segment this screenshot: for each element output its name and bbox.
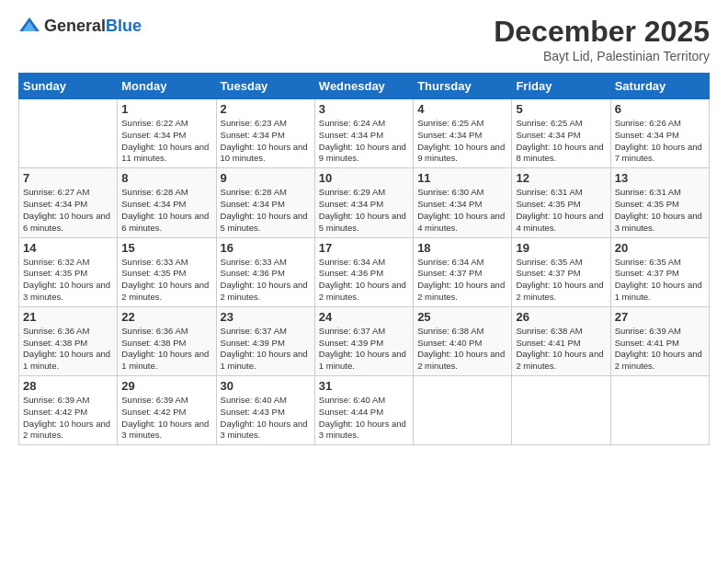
day-number: 8 xyxy=(121,171,211,185)
calendar-cell: 2Sunrise: 6:23 AMSunset: 4:34 PMDaylight… xyxy=(216,99,314,168)
calendar-cell: 23Sunrise: 6:37 AMSunset: 4:39 PMDayligh… xyxy=(216,306,314,375)
day-info: Sunrise: 6:32 AMSunset: 4:35 PMDaylight:… xyxy=(23,257,113,304)
day-info: Sunrise: 6:39 AMSunset: 4:41 PMDaylight:… xyxy=(615,326,705,373)
calendar-cell: 18Sunrise: 6:34 AMSunset: 4:37 PMDayligh… xyxy=(414,237,512,306)
day-number: 7 xyxy=(23,171,113,185)
calendar-cell: 13Sunrise: 6:31 AMSunset: 4:35 PMDayligh… xyxy=(610,168,709,237)
calendar-cell: 26Sunrise: 6:38 AMSunset: 4:41 PMDayligh… xyxy=(512,306,610,375)
calendar-cell: 17Sunrise: 6:34 AMSunset: 4:36 PMDayligh… xyxy=(314,237,413,306)
logo-icon xyxy=(18,15,40,37)
calendar-cell xyxy=(610,376,709,445)
day-number: 31 xyxy=(319,379,409,393)
calendar-cell: 25Sunrise: 6:38 AMSunset: 4:40 PMDayligh… xyxy=(414,306,512,375)
day-number: 2 xyxy=(221,102,311,116)
day-info: Sunrise: 6:29 AMSunset: 4:34 PMDaylight:… xyxy=(319,187,409,234)
calendar-header-friday: Friday xyxy=(512,74,610,99)
day-number: 22 xyxy=(121,310,211,324)
day-number: 6 xyxy=(615,102,705,116)
day-number: 26 xyxy=(516,310,606,324)
day-info: Sunrise: 6:34 AMSunset: 4:37 PMDaylight:… xyxy=(417,257,507,304)
day-number: 15 xyxy=(121,241,211,255)
calendar-cell: 14Sunrise: 6:32 AMSunset: 4:35 PMDayligh… xyxy=(19,237,118,306)
calendar-cell: 29Sunrise: 6:39 AMSunset: 4:42 PMDayligh… xyxy=(118,376,216,445)
location-title: Bayt Lid, Palestinian Territory xyxy=(494,49,710,63)
day-number: 20 xyxy=(615,241,705,255)
day-info: Sunrise: 6:40 AMSunset: 4:43 PMDaylight:… xyxy=(221,395,311,442)
day-info: Sunrise: 6:34 AMSunset: 4:36 PMDaylight:… xyxy=(319,257,409,304)
calendar-cell: 7Sunrise: 6:27 AMSunset: 4:34 PMDaylight… xyxy=(19,168,118,237)
calendar-cell: 21Sunrise: 6:36 AMSunset: 4:38 PMDayligh… xyxy=(19,306,118,375)
day-number: 13 xyxy=(615,171,705,185)
day-number: 21 xyxy=(23,310,113,324)
calendar-header-monday: Monday xyxy=(118,74,216,99)
calendar-cell: 28Sunrise: 6:39 AMSunset: 4:42 PMDayligh… xyxy=(19,376,118,445)
calendar-body: 1Sunrise: 6:22 AMSunset: 4:34 PMDaylight… xyxy=(19,99,710,445)
calendar-cell: 5Sunrise: 6:25 AMSunset: 4:34 PMDaylight… xyxy=(512,99,610,168)
calendar-cell: 3Sunrise: 6:24 AMSunset: 4:34 PMDaylight… xyxy=(314,99,413,168)
day-number: 17 xyxy=(319,241,409,255)
day-info: Sunrise: 6:24 AMSunset: 4:34 PMDaylight:… xyxy=(319,118,409,165)
day-info: Sunrise: 6:33 AMSunset: 4:35 PMDaylight:… xyxy=(121,257,211,304)
day-info: Sunrise: 6:25 AMSunset: 4:34 PMDaylight:… xyxy=(417,118,507,165)
day-number: 19 xyxy=(516,241,606,255)
calendar-week-5: 28Sunrise: 6:39 AMSunset: 4:42 PMDayligh… xyxy=(19,376,710,445)
calendar-week-4: 21Sunrise: 6:36 AMSunset: 4:38 PMDayligh… xyxy=(19,306,710,375)
calendar-cell: 31Sunrise: 6:40 AMSunset: 4:44 PMDayligh… xyxy=(314,376,413,445)
calendar-header-thursday: Thursday xyxy=(414,74,512,99)
calendar-cell: 15Sunrise: 6:33 AMSunset: 4:35 PMDayligh… xyxy=(118,237,216,306)
calendar-cell: 22Sunrise: 6:36 AMSunset: 4:38 PMDayligh… xyxy=(118,306,216,375)
day-number: 23 xyxy=(221,310,311,324)
day-info: Sunrise: 6:37 AMSunset: 4:39 PMDaylight:… xyxy=(319,326,409,373)
day-info: Sunrise: 6:39 AMSunset: 4:42 PMDaylight:… xyxy=(23,395,113,442)
calendar-header-tuesday: Tuesday xyxy=(216,74,314,99)
calendar-cell xyxy=(414,376,512,445)
day-info: Sunrise: 6:31 AMSunset: 4:35 PMDaylight:… xyxy=(516,187,606,234)
day-number: 27 xyxy=(615,310,705,324)
calendar-cell: 4Sunrise: 6:25 AMSunset: 4:34 PMDaylight… xyxy=(414,99,512,168)
day-number: 11 xyxy=(417,171,507,185)
day-info: Sunrise: 6:35 AMSunset: 4:37 PMDaylight:… xyxy=(615,257,705,304)
day-number: 30 xyxy=(221,379,311,393)
day-info: Sunrise: 6:40 AMSunset: 4:44 PMDaylight:… xyxy=(319,395,409,442)
day-info: Sunrise: 6:36 AMSunset: 4:38 PMDaylight:… xyxy=(23,326,113,373)
calendar-cell: 20Sunrise: 6:35 AMSunset: 4:37 PMDayligh… xyxy=(610,237,709,306)
calendar-week-1: 1Sunrise: 6:22 AMSunset: 4:34 PMDaylight… xyxy=(19,99,710,168)
day-number: 4 xyxy=(417,102,507,116)
calendar-cell xyxy=(19,99,118,168)
day-info: Sunrise: 6:30 AMSunset: 4:34 PMDaylight:… xyxy=(417,187,507,234)
day-info: Sunrise: 6:28 AMSunset: 4:34 PMDaylight:… xyxy=(121,187,211,234)
calendar-cell: 8Sunrise: 6:28 AMSunset: 4:34 PMDaylight… xyxy=(118,168,216,237)
day-number: 5 xyxy=(516,102,606,116)
title-area: December 2025 Bayt Lid, Palestinian Terr… xyxy=(494,15,710,63)
calendar-cell: 24Sunrise: 6:37 AMSunset: 4:39 PMDayligh… xyxy=(314,306,413,375)
calendar-week-3: 14Sunrise: 6:32 AMSunset: 4:35 PMDayligh… xyxy=(19,237,710,306)
day-number: 9 xyxy=(221,171,311,185)
logo-general: General xyxy=(44,17,106,35)
day-number: 3 xyxy=(319,102,409,116)
calendar-cell: 27Sunrise: 6:39 AMSunset: 4:41 PMDayligh… xyxy=(610,306,709,375)
day-number: 24 xyxy=(319,310,409,324)
calendar-header-row: SundayMondayTuesdayWednesdayThursdayFrid… xyxy=(19,74,710,99)
calendar-cell: 19Sunrise: 6:35 AMSunset: 4:37 PMDayligh… xyxy=(512,237,610,306)
calendar-cell: 6Sunrise: 6:26 AMSunset: 4:34 PMDaylight… xyxy=(610,99,709,168)
day-number: 12 xyxy=(516,171,606,185)
day-info: Sunrise: 6:37 AMSunset: 4:39 PMDaylight:… xyxy=(221,326,311,373)
day-number: 1 xyxy=(121,102,211,116)
calendar-cell: 16Sunrise: 6:33 AMSunset: 4:36 PMDayligh… xyxy=(216,237,314,306)
day-info: Sunrise: 6:38 AMSunset: 4:41 PMDaylight:… xyxy=(516,326,606,373)
day-number: 18 xyxy=(417,241,507,255)
calendar-cell: 10Sunrise: 6:29 AMSunset: 4:34 PMDayligh… xyxy=(314,168,413,237)
day-number: 10 xyxy=(319,171,409,185)
day-info: Sunrise: 6:33 AMSunset: 4:36 PMDaylight:… xyxy=(221,257,311,304)
calendar-header-saturday: Saturday xyxy=(610,74,709,99)
day-number: 29 xyxy=(121,379,211,393)
calendar-cell: 9Sunrise: 6:28 AMSunset: 4:34 PMDaylight… xyxy=(216,168,314,237)
calendar-header-wednesday: Wednesday xyxy=(314,74,413,99)
day-info: Sunrise: 6:35 AMSunset: 4:37 PMDaylight:… xyxy=(516,257,606,304)
calendar-table: SundayMondayTuesdayWednesdayThursdayFrid… xyxy=(18,73,710,445)
calendar-cell: 11Sunrise: 6:30 AMSunset: 4:34 PMDayligh… xyxy=(414,168,512,237)
logo: GeneralBlue xyxy=(18,15,142,37)
day-info: Sunrise: 6:39 AMSunset: 4:42 PMDaylight:… xyxy=(121,395,211,442)
calendar-cell: 12Sunrise: 6:31 AMSunset: 4:35 PMDayligh… xyxy=(512,168,610,237)
day-info: Sunrise: 6:25 AMSunset: 4:34 PMDaylight:… xyxy=(516,118,606,165)
